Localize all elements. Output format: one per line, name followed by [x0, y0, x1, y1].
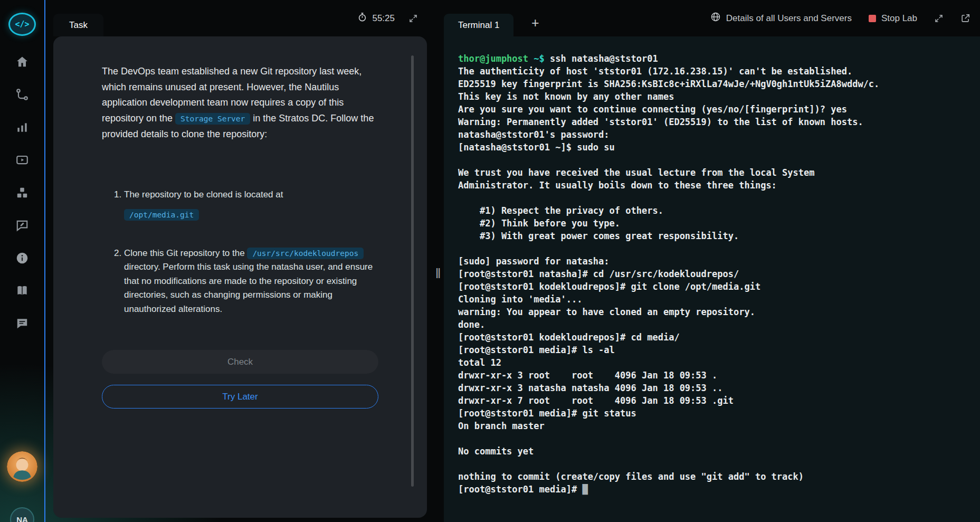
- sidebar-item-info[interactable]: [12, 249, 33, 269]
- terminal-line: Administrator. It usually boils down to …: [458, 179, 969, 192]
- sidebar-item-learning-path[interactable]: [12, 86, 33, 106]
- sidebar-item-videos[interactable]: [12, 151, 33, 171]
- terminal-line: Are you sure you want to continue connec…: [458, 103, 969, 116]
- terminal-line: [natasha@ststor01 ~]$ sudo su: [458, 141, 969, 154]
- terminal-line: This key is not known by any other names: [458, 90, 969, 103]
- terminal-line: On branch master: [458, 420, 969, 432]
- open-external-icon[interactable]: [960, 13, 971, 23]
- terminal-panel: Terminal 1 + Details of all Users and Se…: [444, 0, 980, 522]
- book-icon: [15, 284, 29, 300]
- repo-path-chip: /opt/media.git: [124, 209, 199, 221]
- dest-path-chip: /usr/src/kodekloudrepos: [247, 248, 364, 259]
- stop-icon: [869, 15, 876, 22]
- task-step-2: Clone this Git repository to the /usr/sr…: [124, 246, 378, 317]
- terminal-line: warning: You appear to have cloned an em…: [458, 306, 969, 318]
- avatar-image: [7, 451, 37, 482]
- logo-glyph: </>: [15, 20, 29, 29]
- sidebar-item-docs[interactable]: [12, 282, 33, 302]
- terminal-header-right: Details of all Users and Servers Stop La…: [710, 0, 971, 36]
- terminal-line: thor@jumphost ~$ ssh natasha@ststor01: [458, 52, 969, 65]
- sidebar-item-feedback[interactable]: [12, 216, 33, 236]
- try-later-button[interactable]: Try Later: [102, 385, 378, 409]
- check-button[interactable]: Check: [102, 350, 378, 374]
- terminal-line: drwxr-xr-x 3 natasha natasha 4096 Jan 18…: [458, 382, 969, 394]
- kodekloud-logo[interactable]: </>: [8, 13, 36, 36]
- lab-timer: 55:25: [357, 12, 395, 25]
- tab-task[interactable]: Task: [53, 14, 103, 36]
- stop-lab-label: Stop Lab: [881, 13, 917, 24]
- panel-accent-line: [44, 0, 45, 522]
- task-tab-label: Task: [69, 20, 88, 31]
- panel-resize-handle[interactable]: ‖: [429, 265, 449, 282]
- sidebar-bottom: NA: [7, 451, 37, 522]
- terminal-line: natasha@ststor01's password:: [458, 128, 969, 141]
- terminal-line: The authenticity of host 'ststor01 (172.…: [458, 65, 969, 78]
- terminal-line: #2) Think before you type.: [458, 217, 969, 230]
- task-header-right: 55:25: [357, 0, 418, 36]
- terminal-line: [458, 458, 969, 470]
- terminal-line: Warning: Permanently added 'ststor01' (E…: [458, 116, 969, 128]
- terminal-line: Cloning into 'media'...: [458, 293, 969, 306]
- terminal-line: [458, 154, 969, 166]
- terminal-line: [sudo] password for natasha:: [458, 255, 969, 268]
- video-icon: [15, 153, 29, 169]
- terminal-output[interactable]: thor@jumphost ~$ ssh natasha@ststor01The…: [444, 36, 980, 522]
- terminal-line: #3) With great power comes great respons…: [458, 230, 969, 242]
- task-steps: The repository to be cloned is located a…: [102, 188, 378, 317]
- expand-task-icon[interactable]: [408, 14, 418, 23]
- chat-icon: [15, 317, 29, 333]
- terminal-line: total 12: [458, 356, 969, 369]
- terminal-line: nothing to commit (create/copy files and…: [458, 470, 969, 483]
- tab-terminal-1[interactable]: Terminal 1: [444, 14, 513, 36]
- terminal-line: We trust you have received the usual lec…: [458, 166, 969, 179]
- home-icon: [15, 55, 29, 71]
- terminal-line: #1) Respect the privacy of others.: [458, 204, 969, 217]
- sidebar: </>: [0, 0, 44, 522]
- task-panel: Task 55:25 The DevOps team established a…: [45, 0, 438, 522]
- terminal-line: [458, 242, 969, 255]
- task-body: The DevOps team established a new Git re…: [53, 36, 427, 518]
- terminal-line: [458, 192, 969, 204]
- fullscreen-terminal-icon[interactable]: [934, 14, 944, 23]
- stopwatch-icon: [357, 12, 367, 25]
- task-step-2-pre: Clone this Git repository to the: [124, 248, 247, 258]
- details-label: Details of all Users and Servers: [726, 13, 852, 24]
- terminal-line: [root@ststor01 media]# ls -al: [458, 344, 969, 356]
- new-terminal-button[interactable]: +: [528, 16, 543, 30]
- sidebar-item-labs[interactable]: [12, 184, 33, 204]
- app: </>: [0, 0, 980, 522]
- stop-lab-button[interactable]: Stop Lab: [869, 13, 917, 24]
- timer-value: 55:25: [372, 13, 395, 24]
- sidebar-item-home[interactable]: [12, 53, 33, 73]
- terminal-line: [root@ststor01 media]# █: [458, 483, 969, 496]
- task-step-1-chip-line: /opt/media.git: [124, 208, 378, 222]
- terminal-header: Terminal 1 + Details of all Users and Se…: [444, 0, 980, 36]
- details-users-servers-link[interactable]: Details of all Users and Servers: [710, 12, 852, 25]
- task-step-2-post: directory. Perform this task using the n…: [124, 262, 373, 314]
- info-icon: [15, 251, 29, 267]
- feedback-pencil-icon: [15, 219, 29, 234]
- terminal-line: [root@ststor01 natasha]# cd /usr/src/kod…: [458, 268, 969, 280]
- task-step-1: The repository to be cloned is located a…: [124, 188, 378, 222]
- terminal-tab-label: Terminal 1: [458, 20, 499, 31]
- terminal-line: [root@ststor01 kodekloudrepos]# git clon…: [458, 280, 969, 293]
- sidebar-item-support[interactable]: [12, 315, 33, 335]
- sidebar-item-progress[interactable]: [12, 118, 33, 138]
- terminal-line: [458, 432, 969, 445]
- storage-server-chip: Storage Server: [175, 113, 250, 125]
- user-avatar[interactable]: [7, 451, 37, 482]
- route-icon: [15, 88, 29, 103]
- globe-icon: [710, 12, 721, 25]
- user-initials-badge[interactable]: NA: [10, 507, 34, 522]
- terminal-line: [root@ststor01 media]# git status: [458, 407, 969, 420]
- terminal-line: ED25519 key fingerprint is SHA256:KsBIc8…: [458, 78, 969, 90]
- terminal-line: drwxr-xr-x 7 root root 4096 Jan 18 09:53…: [458, 394, 969, 407]
- bar-chart-icon: [15, 120, 29, 136]
- terminal-line: drwxr-xr-x 3 root root 4096 Jan 18 09:53…: [458, 369, 969, 382]
- task-scrollbar[interactable]: [411, 55, 414, 487]
- terminal-line: done.: [458, 318, 969, 331]
- terminal-line: No commits yet: [458, 445, 969, 458]
- task-header: Task 55:25: [45, 0, 438, 36]
- task-step-1-text: The repository to be cloned is located a…: [124, 189, 283, 200]
- terminal-line: [root@ststor01 kodekloudrepos]# cd media…: [458, 331, 969, 344]
